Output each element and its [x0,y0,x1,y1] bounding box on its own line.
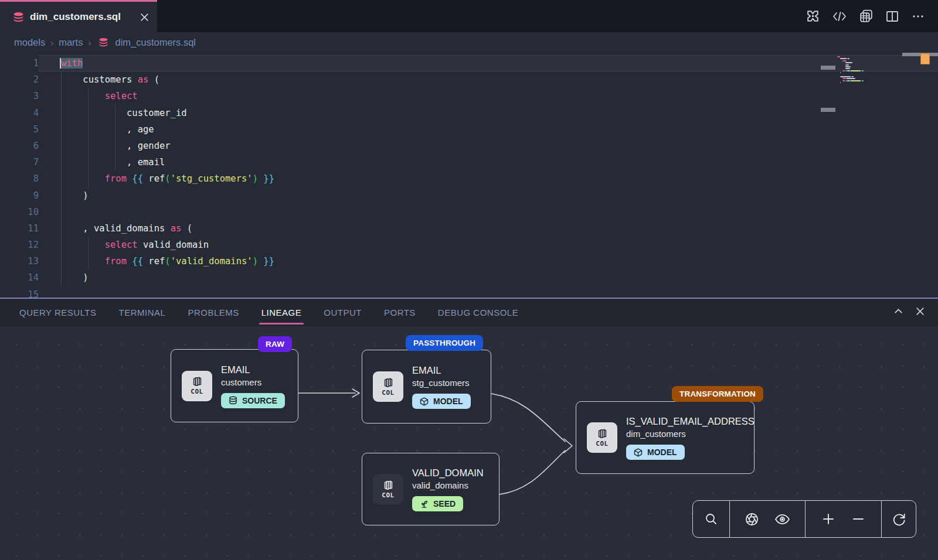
node-model-name: valid_domains [412,479,484,491]
line-number: 8 [0,170,39,187]
editor-tab-dim-customers[interactable]: dim_customers.sql [0,0,157,32]
column-chip: COL [373,371,403,402]
eye-icon [774,512,790,527]
breadcrumb-file[interactable]: dim_customers.sql [115,37,196,48]
panel-tab-query-results[interactable]: QUERY RESULTS [19,304,97,321]
duplicate-table-icon[interactable] [859,9,874,23]
line-number: 3 [0,88,39,104]
titlebar: dim_customers.sql [0,0,938,32]
line-number: 5 [0,121,39,138]
lineage-canvas[interactable]: COL EMAIL customers SOURCE COL EMAIL stg… [0,326,938,560]
code-line-4[interactable]: customer_id [39,105,938,121]
node-column-name: EMAIL [221,364,285,376]
split-editor-icon[interactable] [885,9,899,23]
node-model-name: stg_customers [412,377,471,389]
line-number: 11 [0,220,39,237]
line-number: 6 [0,138,39,154]
line-number: 2 [0,71,39,88]
columns-icon [597,428,608,439]
cube-icon [420,397,429,406]
badge-label: MODEL [433,397,463,406]
line-number: 12 [0,237,39,253]
tag-raw[interactable]: RAW [258,336,292,352]
database-icon [13,12,24,23]
panel-tab-debug-console[interactable]: DEBUG CONSOLE [438,304,518,321]
search-button[interactable] [693,501,730,537]
minimap[interactable] [837,56,905,86]
code-line-13[interactable]: from {{ ref('valid_domains') }} [39,253,938,269]
panel-tab-problems[interactable]: PROBLEMS [188,304,239,321]
resource-badge-source[interactable]: SOURCE [221,393,285,408]
resource-badge-model[interactable]: MODEL [626,445,685,460]
more-actions-icon[interactable] [911,9,925,23]
close-tab-icon[interactable] [140,13,149,22]
code-line-6[interactable]: , gender [39,138,938,154]
panel-tab-ports[interactable]: PORTS [384,304,416,321]
lineage-node-customers[interactable]: COL EMAIL customers SOURCE [171,349,298,422]
code-line-1[interactable]: with [39,55,938,71]
code-icon[interactable] [832,10,847,23]
line-number: 7 [0,154,39,170]
code-line-2[interactable]: customers as ( [39,71,938,88]
refresh-button[interactable] [882,501,916,537]
collapse-panel-icon[interactable] [893,306,903,319]
visibility-button[interactable] [774,512,790,527]
code-line-14[interactable]: ) [39,269,938,286]
dbt-logo-icon[interactable] [806,9,820,23]
column-chip: COL [182,371,212,401]
lineage-toolbar [692,500,916,538]
search-icon [704,512,718,526]
chip-label: COL [382,389,394,397]
panel-tab-bar: QUERY RESULTSTERMINALPROBLEMSLINEAGEOUTP… [0,299,938,326]
code-line-9[interactable]: ) [39,187,938,204]
refresh-icon [892,512,906,527]
code-line-12[interactable]: select valid_domain [39,237,938,253]
chevron-right-icon: › [88,37,91,47]
code-line-7[interactable]: , email [39,154,938,170]
panel-tab-output[interactable]: OUTPUT [324,304,362,321]
resource-badge-model[interactable]: MODEL [412,394,471,409]
close-panel-icon[interactable] [915,306,925,319]
code-line-10[interactable] [39,204,938,220]
columns-icon [192,376,203,387]
column-chip: COL [587,422,617,453]
zoom-out-button[interactable] [851,512,865,526]
node-column-name: EMAIL [412,364,471,377]
code-line-5[interactable]: , age [39,121,938,138]
line-number: 13 [0,253,39,269]
line-number: 4 [0,105,39,121]
lineage-node-valid-domains[interactable]: COL VALID_DOMAIN valid_domains SEED [362,453,499,525]
indent-guide [61,71,62,286]
code-line-8[interactable]: from {{ ref('stg_customers') }} [39,170,938,187]
indent-guide [88,237,89,270]
line-number: 9 [0,187,39,204]
node-column-name: VALID_DOMAIN [412,467,484,479]
panel-tab-terminal[interactable]: TERMINAL [119,304,166,321]
code-editor[interactable]: 123456789101112131415 with customers as … [0,53,938,298]
node-model-name: dim_customers [626,428,755,440]
database-icon [229,396,237,405]
minus-icon [851,512,865,526]
badge-label: SEED [433,499,456,508]
badge-label: SOURCE [242,396,277,405]
panel-tab-lineage[interactable]: LINEAGE [261,304,302,321]
cube-icon [634,448,643,457]
tag-passthrough[interactable]: PASSTHROUGH [406,335,483,351]
code-line-11[interactable]: , valid_domains as ( [39,220,938,237]
lineage-node-stg-customers[interactable]: COL EMAIL stg_customers MODEL [362,350,491,424]
zoom-in-button[interactable] [821,512,835,526]
resource-badge-seed[interactable]: SEED [412,496,463,511]
breadcrumb-models[interactable]: models [14,37,45,48]
code-line-3[interactable]: select [39,88,938,104]
breadcrumb-marts[interactable]: marts [59,37,83,48]
lens-button[interactable] [745,512,759,527]
line-number: 15 [0,286,39,298]
tag-transformation[interactable]: TRANSFORMATION [672,386,763,402]
lineage-node-dim-customers[interactable]: COL IS_VALID_EMAIL_ADDRESS dim_customers… [576,401,755,474]
edge-valid-domains-to-dim [499,450,565,494]
indent-guide [88,88,89,187]
code-line-15[interactable] [39,286,938,298]
ide-window: dim_customers.sql models › [0,0,938,560]
badge-label: MODEL [647,448,677,457]
code-lines[interactable]: with customers as ( select customer_id ,… [39,55,938,298]
